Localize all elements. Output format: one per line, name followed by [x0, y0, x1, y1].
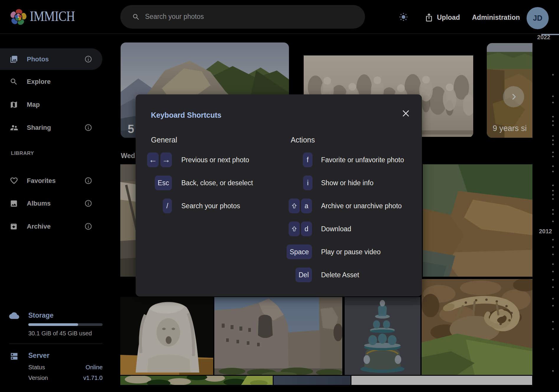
svg-text:9 years si: 9 years si: [493, 124, 527, 133]
